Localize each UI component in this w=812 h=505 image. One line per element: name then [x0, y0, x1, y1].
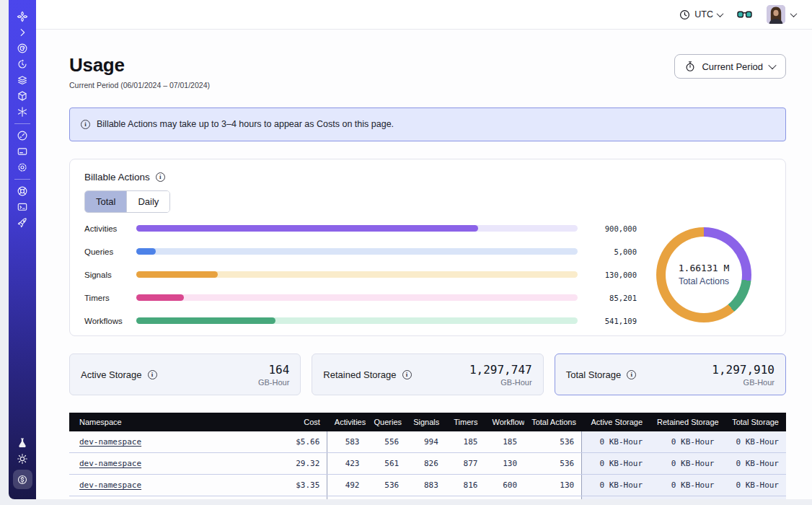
cell-workflows: [485, 496, 524, 500]
account-menu[interactable]: [767, 5, 796, 24]
info-icon[interactable]: i: [148, 370, 157, 379]
bar-label: Activities: [84, 224, 136, 233]
title-row: Usage Current Period (06/01/2024 – 07/01…: [69, 54, 786, 90]
cell-workflows: 185: [485, 431, 524, 453]
period-subtitle: Current Period (06/01/2024 – 07/01/2024): [69, 81, 210, 90]
namespace-cell: dev-namespace: [69, 496, 270, 500]
avatar: [767, 5, 785, 24]
table-row: dev-namespace$5.665835569941851855360 KB…: [69, 431, 786, 453]
total-daily-tabs: TotalDaily: [84, 190, 170, 213]
sidebar-divider: [14, 123, 30, 124]
storage-card: Retained Storagei1,297,747GB-Hour: [312, 354, 543, 395]
namespace-link[interactable]: dev-namespace: [79, 480, 141, 490]
glasses-icon[interactable]: [737, 9, 752, 19]
table-row: dev-namespace: [69, 496, 786, 500]
bar-fill: [136, 248, 156, 255]
info-banner: i Billable Actions may take up to 3–4 ho…: [69, 107, 786, 141]
usage-gauge-icon[interactable]: [9, 128, 36, 144]
timezone-dropdown[interactable]: UTC: [679, 9, 723, 20]
theme-sun-icon[interactable]: [9, 451, 36, 467]
console-monitor-icon[interactable]: [9, 199, 36, 215]
col-header-timers: Timers: [446, 413, 485, 431]
col-header-cost: Cost: [270, 413, 327, 431]
labs-flask-icon[interactable]: [9, 435, 36, 451]
cell-total-storage: 0 KB-Hour: [721, 475, 786, 496]
storage-card-label: Total Storagei: [566, 369, 637, 380]
page-content: Usage Current Period (06/01/2024 – 07/01…: [36, 30, 812, 499]
cell-timers: [446, 496, 485, 500]
bar-track: [136, 317, 578, 324]
col-header-signals: Signals: [406, 413, 446, 431]
cell-total-storage: [721, 496, 786, 500]
info-icon[interactable]: i: [156, 172, 165, 182]
donut-chart: 1.66131 M Total Actions: [656, 227, 751, 322]
bar-value: 900,000: [589, 224, 637, 233]
namespaces-spiral-icon[interactable]: [9, 40, 36, 56]
table-row: dev-namespace29.324235618268771305360 KB…: [69, 453, 786, 475]
tab-daily[interactable]: Daily: [126, 191, 169, 212]
cell-signals: 826: [406, 453, 446, 475]
cell-activities: 492: [327, 475, 367, 496]
temporal-logo-icon[interactable]: [9, 9, 36, 25]
period-selector-button[interactable]: Current Period: [674, 54, 786, 79]
storage-card: Active Storagei164GB-Hour: [69, 354, 301, 395]
nexus-asterisk-icon[interactable]: [9, 104, 36, 120]
storage-card-value: 1,297,910: [712, 363, 775, 377]
bar-label: Signals: [84, 271, 136, 279]
period-selector-label: Current Period: [702, 61, 763, 72]
cell-signals: [406, 496, 446, 500]
cell-total-storage: 0 KB-Hour: [721, 453, 786, 475]
info-icon[interactable]: i: [627, 370, 636, 379]
storage-card-value-wrap: 1,297,747GB-Hour: [469, 363, 532, 387]
title-block: Usage Current Period (06/01/2024 – 07/01…: [69, 54, 210, 90]
stopwatch-icon: [685, 61, 695, 72]
support-lifebuoy-icon[interactable]: [9, 183, 36, 199]
billing-card-icon[interactable]: [9, 144, 36, 159]
info-banner-text: Billable Actions may take up to 3–4 hour…: [97, 119, 394, 130]
cell-active-storage: 0 KB-Hour: [582, 431, 650, 453]
storage-card-title: Total Storage: [566, 369, 622, 380]
col-header-queries: Queries: [367, 413, 407, 431]
bar-track: [136, 225, 578, 232]
getting-started-rocket-icon[interactable]: [9, 215, 36, 231]
bar-row-timers: Timers85,201: [84, 292, 637, 303]
cell-activities: 423: [327, 453, 367, 475]
schedules-clock-icon[interactable]: [9, 56, 36, 72]
bar-row-activities: Activities900,000: [84, 223, 637, 234]
total-actions-value: 1.66131 M: [679, 263, 729, 273]
billable-actions-title: Billable Actions: [84, 172, 150, 183]
storage-card-value: 164: [258, 363, 289, 377]
bar-track: [136, 271, 578, 278]
main-area: UTC Usage Current Period (06/01/2024 – 0…: [36, 0, 812, 499]
cell-total-storage: 0 KB-Hour: [721, 431, 786, 453]
donut-center: 1.66131 M Total Actions: [666, 237, 742, 313]
col-header-total-storage: Total Storage: [721, 413, 786, 431]
col-header-active-storage: Active Storage: [582, 413, 650, 431]
sidebar: [9, 0, 36, 499]
timezone-label: UTC: [694, 9, 713, 19]
bar-chart: Activities900,000Queries5,000Signals130,…: [84, 223, 637, 326]
chart-row: Activities900,000Queries5,000Signals130,…: [84, 223, 771, 326]
col-header-namespace: Namespace: [69, 413, 270, 431]
bar-label: Queries: [84, 247, 136, 256]
storage-card-title: Retained Storage: [323, 369, 396, 380]
cell-timers: 185: [446, 431, 485, 453]
collapse-chevron-icon[interactable]: [9, 25, 36, 40]
storage-card: Total Storagei1,297,910GB-Hour: [555, 354, 786, 395]
layers-icon[interactable]: [9, 72, 36, 88]
namespace-link[interactable]: dev-namespace: [79, 459, 141, 468]
total-actions-label: Total Actions: [679, 276, 729, 286]
storage-card-unit: GB-Hour: [712, 378, 775, 387]
namespace-link[interactable]: dev-namespace: [79, 437, 141, 447]
storage-card-unit: GB-Hour: [469, 378, 532, 387]
namespace-cell: dev-namespace: [69, 475, 270, 496]
usage-coin-icon[interactable]: [13, 470, 32, 489]
page-title: Usage: [69, 54, 210, 76]
info-icon[interactable]: i: [402, 370, 412, 379]
settings-gear-icon[interactable]: [9, 159, 36, 175]
workflows-cube-icon[interactable]: [9, 88, 36, 104]
cell-workflows: 600: [485, 475, 524, 496]
cell-cost: [270, 496, 327, 500]
cell-total-actions: 536: [524, 453, 582, 475]
tab-total[interactable]: Total: [85, 191, 126, 212]
